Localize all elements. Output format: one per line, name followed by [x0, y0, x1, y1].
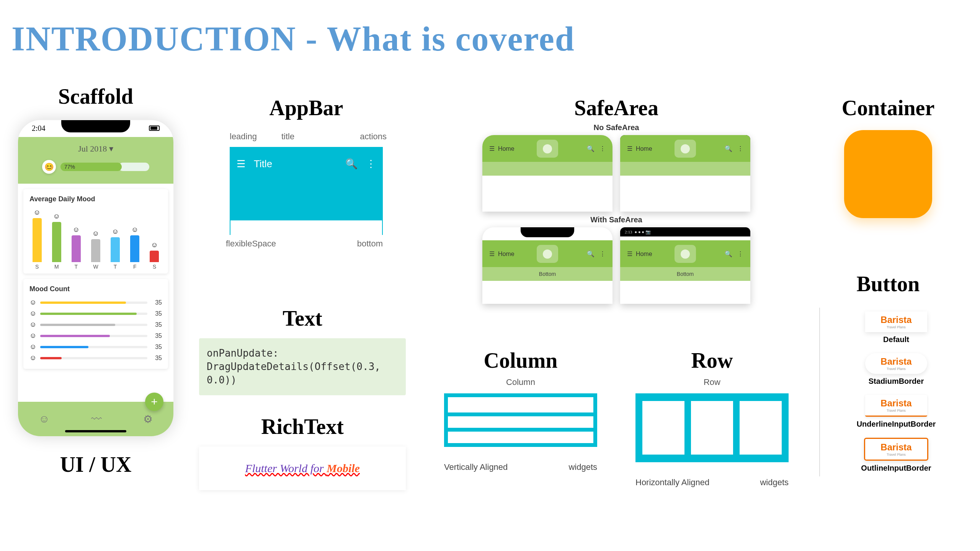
sub-no-safearea: No SafeArea [479, 123, 754, 132]
card-daily-mood: Average Daily Mood ☺S☺M☺T☺W☺T☺F☺S [23, 189, 168, 274]
menu-icon[interactable]: ☰ [237, 158, 245, 170]
cap-outline: OutlineInputBorder [835, 464, 957, 473]
gesture-bar [65, 430, 126, 432]
label-uiux: UI / UX [11, 452, 180, 477]
label-safearea: SafeArea [479, 96, 754, 120]
anno-title: title [281, 132, 294, 142]
slide-title: INTRODUCTION - What is covered [11, 19, 575, 59]
fab-add[interactable]: + [145, 393, 163, 411]
battery-icon [149, 126, 160, 131]
anno-widgets: widgets [568, 462, 597, 472]
status-time: 2:04 [32, 124, 46, 133]
section-text: Text onPanUpdate: DragUpdateDetails(Offs… [199, 306, 406, 490]
row-diagram [635, 393, 789, 462]
label-column: Column [436, 348, 605, 373]
more-icon[interactable]: ⋮ [366, 158, 376, 170]
label-button: Button [819, 272, 957, 296]
mini-ios-no: ☰ Home🔍 ⋮ [482, 135, 612, 212]
phone-mockup: 2:04 Jul 2018 ▾ 😊 77% Average Daily Mood… [17, 119, 174, 437]
date-picker[interactable]: Jul 2018 ▾ [18, 144, 173, 154]
anno-leading: leading [230, 132, 257, 142]
label-text: Text [199, 306, 406, 331]
card-title: Average Daily Mood [29, 195, 162, 203]
search-icon[interactable]: 🔍 [345, 158, 358, 170]
button-underline[interactable]: BaristaTravel Plans [865, 395, 927, 417]
mini-android-with: 2:13● ● ● 📷 ☰ Home🔍 ⋮ Bottom [620, 227, 750, 304]
anno-horiz: Horizontally Aligned [635, 478, 709, 487]
sub-with-safearea: With SafeArea [479, 215, 754, 224]
column-diagram [444, 393, 597, 447]
diag-label: Row [628, 377, 796, 387]
section-button: Button BaristaTravel Plans Default Baris… [819, 272, 957, 476]
bottom-nav: + ☺ 〰 ⚙ [18, 402, 173, 436]
card-mood-count: Mood Count ☺35☺35☺35☺35☺35☺35 [23, 279, 168, 369]
section-container: Container [819, 96, 957, 218]
card-title: Mood Count [29, 285, 162, 293]
anno-vert: Vertically Aligned [444, 462, 508, 472]
section-appbar: AppBar leading title actions ☰ Title 🔍 ⋮… [214, 96, 398, 246]
mood-icon: 😊 [42, 160, 56, 174]
diag-label: Column [436, 377, 605, 387]
code-block: onPanUpdate: DragUpdateDetails(Offset(0.… [199, 338, 406, 395]
appbar-title: Title [254, 158, 272, 170]
label-scaffold: Scaffold [11, 84, 180, 109]
label-appbar: AppBar [214, 96, 398, 120]
section-safearea: SafeArea No SafeArea ☰ Home🔍 ⋮ 1:10● ● ●… [479, 96, 754, 308]
anno-flex: flexibleSpace [226, 239, 276, 249]
nav-settings-icon[interactable]: ⚙ [143, 413, 153, 425]
nav-chart-icon[interactable]: 〰 [91, 413, 102, 425]
phone-header: Jul 2018 ▾ 😊 77% [18, 137, 173, 184]
anno-bottom: bottom [357, 239, 383, 249]
phone-notch [61, 120, 130, 132]
appbar-mock: ☰ Title 🔍 ⋮ [230, 147, 383, 235]
richtext-demo: Flutter World for Mobile [199, 447, 406, 490]
section-column: Column Column Vertically Alignedwidgets [436, 348, 605, 472]
anno-widgets: widgets [760, 478, 789, 487]
mini-ios-with: ☰ Home🔍 ⋮ Bottom [482, 227, 612, 304]
cap-default: Default [835, 335, 957, 344]
button-stadium[interactable]: BaristaTravel Plans [865, 353, 927, 374]
container-demo [844, 130, 932, 218]
section-scaffold: Scaffold 2:04 Jul 2018 ▾ 😊 77% Average D… [11, 84, 180, 477]
label-container: Container [819, 96, 957, 120]
cap-stadium: StadiumBorder [835, 377, 957, 386]
cap-underline: UnderlineInputBorder [835, 420, 957, 429]
label-row: Row [628, 348, 796, 373]
progress-bar: 77% [60, 163, 122, 171]
label-richtext: RichText [199, 414, 406, 439]
section-row: Row Row Horizontally Alignedwidgets [628, 348, 796, 487]
mini-android-no: 1:10● ● ● 📷 ☰ Home🔍 ⋮ [620, 135, 750, 212]
button-default[interactable]: BaristaTravel Plans [865, 311, 927, 332]
button-outline[interactable]: BaristaTravel Plans [864, 438, 928, 461]
anno-actions: actions [360, 132, 387, 142]
nav-mood-icon[interactable]: ☺ [39, 413, 50, 425]
